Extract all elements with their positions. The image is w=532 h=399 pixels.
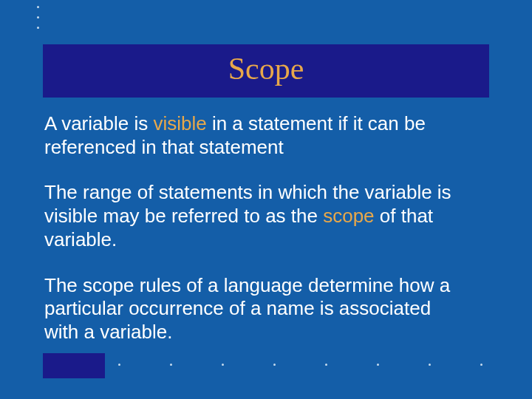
decorative-bottom-band — [43, 353, 105, 378]
paragraph-3: The scope rules of a language determine … — [44, 274, 458, 344]
emphasis-scope: scope — [323, 205, 374, 227]
slide: Scope A variable is visible in a stateme… — [0, 0, 532, 399]
text: The scope rules of a language determine … — [44, 274, 450, 343]
title-bar: Scope — [43, 44, 489, 98]
slide-body: A variable is visible in a statement if … — [44, 112, 458, 365]
slide-title: Scope — [228, 51, 304, 91]
text: A variable is — [44, 112, 153, 134]
paragraph-2: The range of statements in which the var… — [44, 181, 458, 251]
emphasis-visible: visible — [153, 112, 206, 134]
paragraph-1: A variable is visible in a statement if … — [44, 112, 458, 159]
decorative-bottom-dots — [118, 364, 517, 366]
